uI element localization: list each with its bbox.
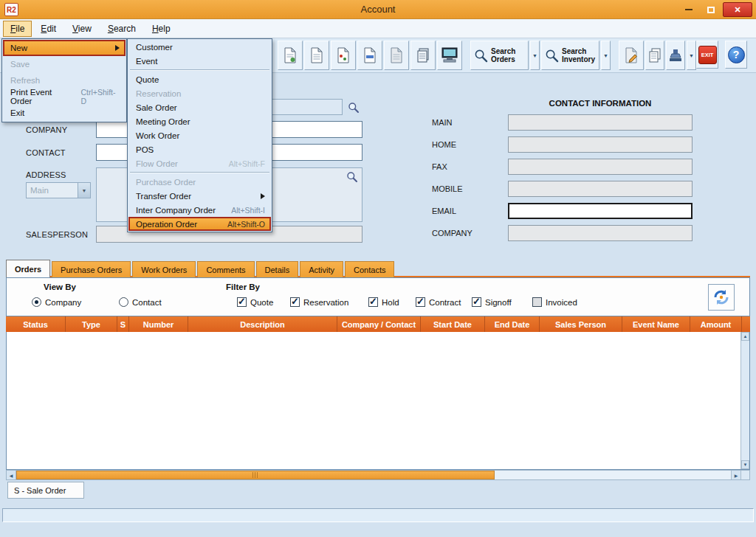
menu-item-transfer-order[interactable]: Transfer Order	[128, 189, 271, 203]
filter-signoff-checkbox[interactable]: Signoff	[472, 297, 512, 307]
checkbox-icon[interactable]	[368, 297, 378, 307]
chevron-down-icon[interactable]: ▼	[78, 183, 90, 198]
exit-button[interactable]: EXIT	[696, 41, 718, 69]
stamp-dropdown[interactable]: ▼	[687, 41, 696, 70]
menu-item-print-event-order[interactable]: Print Event Order Ctrl+Shift-D	[3, 89, 126, 105]
address-type-combo[interactable]: Main ▼	[26, 182, 91, 198]
menu-item-work-order[interactable]: Work Order	[128, 128, 271, 142]
column-header-type[interactable]: Type	[65, 316, 117, 332]
tab-activity[interactable]: Activity	[300, 261, 343, 277]
menu-item-exit[interactable]: Exit	[3, 105, 126, 121]
tab-contacts[interactable]: Contacts	[345, 261, 394, 277]
menu-item-event[interactable]: Event	[128, 54, 271, 68]
tab-details[interactable]: Details	[256, 261, 299, 277]
document-icon	[337, 47, 350, 63]
column-header-sales-person[interactable]: Sales Person	[539, 316, 622, 332]
documents-stack-button[interactable]	[410, 41, 436, 70]
column-header-s[interactable]: S	[117, 316, 128, 332]
search-orders-dropdown[interactable]: ▼	[530, 41, 540, 70]
menu-help[interactable]: Help	[145, 21, 178, 37]
document-button-4[interactable]	[357, 41, 382, 70]
view-by-company-radio[interactable]: Company	[32, 297, 81, 307]
menu-view[interactable]: View	[65, 21, 99, 37]
menu-item-sale-order[interactable]: Sale Order	[128, 100, 271, 114]
menu-edit[interactable]: Edit	[33, 21, 63, 37]
stamp-button[interactable]	[666, 41, 685, 70]
menu-item-purchase-order: Purchase Order	[128, 175, 271, 189]
radio-icon[interactable]	[32, 297, 41, 307]
company-label: COMPANY	[26, 125, 67, 134]
tab-work-orders[interactable]: Work Orders	[132, 261, 196, 277]
tab-orders[interactable]: Orders	[6, 260, 50, 277]
terminal-button[interactable]	[437, 41, 462, 70]
column-header-end-date[interactable]: End Date	[484, 316, 539, 332]
view-by-contact-radio[interactable]: Contact	[119, 297, 162, 307]
arrow-right-icon: ▶	[735, 473, 738, 478]
menu-search[interactable]: Search	[100, 21, 143, 37]
close-button[interactable]: ✕	[723, 2, 752, 17]
filter-reservation-checkbox[interactable]: Reservation	[290, 297, 348, 307]
menu-item-operation-order[interactable]: Operation Order Alt+Shift-O	[128, 217, 271, 231]
scrollbar-track[interactable]	[495, 471, 731, 479]
menu-item-customer[interactable]: Customer	[128, 40, 271, 54]
refresh-orders-button[interactable]	[708, 284, 735, 311]
vertical-scrollbar[interactable]: ▲ ▼	[740, 332, 749, 469]
filter-quote-checkbox[interactable]: Quote	[237, 297, 273, 307]
checkbox-icon[interactable]	[290, 297, 300, 307]
checkbox-icon[interactable]	[472, 297, 481, 307]
menu-item-inter-company-order[interactable]: Inter Company Order Alt+Shift-I	[128, 203, 271, 217]
checkbox-icon[interactable]	[416, 297, 425, 307]
maximize-icon	[707, 7, 715, 13]
address-search-button[interactable]	[343, 169, 361, 184]
terminal-icon	[441, 47, 458, 63]
tab-purchase-orders[interactable]: Purchase Orders	[52, 261, 131, 277]
column-header-number[interactable]: Number	[128, 316, 188, 332]
scroll-right-button[interactable]: ▶	[731, 471, 740, 479]
document-button-3[interactable]	[331, 41, 356, 70]
column-header-start-date[interactable]: Start Date	[420, 316, 484, 332]
radio-icon[interactable]	[119, 297, 128, 307]
column-header-company-contact[interactable]: Company / Contact	[337, 316, 420, 332]
edit-document-button[interactable]	[619, 41, 644, 70]
menu-file[interactable]: File	[3, 21, 32, 37]
scroll-up-button[interactable]: ▲	[741, 332, 749, 341]
sale-order-legend-tab[interactable]: S - Sale Order	[7, 482, 84, 499]
arrow-left-icon: ◀	[10, 473, 13, 478]
column-header-status[interactable]: Status	[6, 316, 65, 332]
horizontal-scrollbar[interactable]: ◀ ▶	[6, 470, 750, 480]
application-window: R2 Account ✕ File Edit View Search Help	[0, 0, 756, 537]
search-inventory-dropdown[interactable]: ▼	[601, 41, 611, 70]
menu-item-pos[interactable]: POS	[128, 142, 271, 156]
minimize-button[interactable]	[678, 2, 698, 17]
menu-item-quote[interactable]: Quote	[128, 72, 271, 86]
help-button[interactable]: ?	[725, 41, 747, 69]
checkbox-icon[interactable]	[532, 297, 542, 307]
menu-item-reservation: Reservation	[128, 86, 271, 100]
tab-comments[interactable]: Comments	[197, 261, 254, 277]
search-orders-button[interactable]: SearchOrders	[470, 41, 529, 70]
filter-contract-checkbox[interactable]: Contract	[416, 297, 461, 307]
column-header-amount[interactable]: Amount	[690, 316, 741, 332]
copy-button[interactable]	[645, 41, 664, 70]
scrollbar-thumb[interactable]	[16, 471, 495, 479]
filter-invoiced-checkbox[interactable]: Invoiced	[532, 297, 577, 307]
column-header-description[interactable]: Description	[188, 316, 337, 332]
filter-hold-checkbox[interactable]: Hold	[368, 297, 399, 307]
scroll-left-button[interactable]: ◀	[7, 471, 16, 479]
checkbox-icon[interactable]	[237, 297, 247, 307]
menu-item-meeting-order[interactable]: Meeting Order	[128, 114, 271, 128]
scroll-down-button[interactable]: ▼	[741, 460, 749, 469]
filter-by-label: Filter By	[226, 283, 260, 291]
search-inventory-button[interactable]: SearchInventory	[541, 41, 599, 70]
toolbar-buttons: SearchOrders ▼ SearchInventory ▼ ▼	[278, 41, 696, 70]
email-field[interactable]	[508, 203, 693, 219]
orders-table-body[interactable]: ▲ ▼	[6, 332, 750, 470]
menu-item-new[interactable]: New	[3, 40, 126, 56]
document-button-1[interactable]	[278, 41, 303, 70]
document-button-2[interactable]	[304, 41, 329, 70]
document-button-5[interactable]	[384, 41, 409, 70]
account-search-button[interactable]	[344, 100, 362, 115]
document-icon	[390, 47, 403, 63]
maximize-button[interactable]	[701, 2, 721, 17]
column-header-event-name[interactable]: Event Name	[622, 316, 690, 332]
